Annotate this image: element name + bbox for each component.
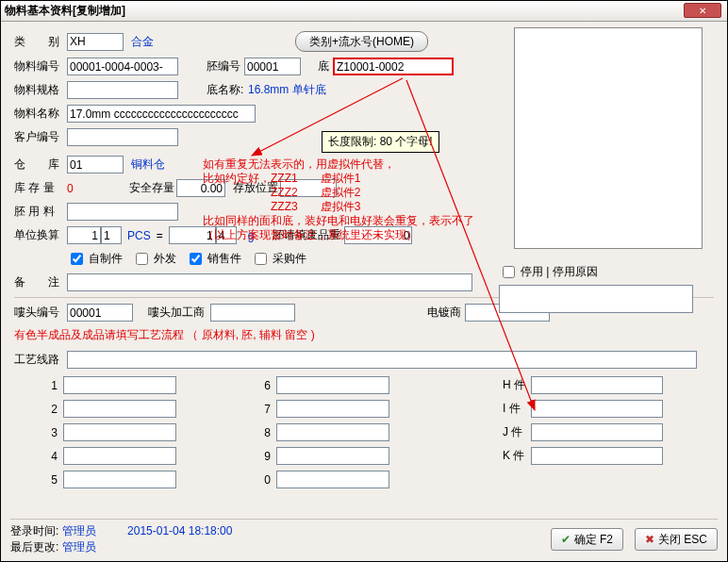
label-category: 类 别 xyxy=(14,34,67,50)
warehouse-input[interactable] xyxy=(67,156,124,174)
login-user: 管理员 xyxy=(62,524,96,537)
ok-button[interactable]: ✔确定 F2 xyxy=(551,528,623,551)
last-user: 管理员 xyxy=(62,540,96,554)
num7: 7 xyxy=(261,403,271,416)
label-warehouse: 仓 库 xyxy=(14,157,67,173)
blank-mat-input[interactable] xyxy=(67,203,178,221)
remark-input[interactable] xyxy=(67,273,472,291)
route-9-input[interactable] xyxy=(276,447,389,465)
num0: 0 xyxy=(261,473,271,487)
base-name-value: 16.8mm 单针底 xyxy=(248,82,326,98)
chk-self[interactable]: 自制件 xyxy=(67,250,123,268)
length-limit-tooltip: 长度限制: 80 个字母! xyxy=(322,131,439,153)
unit2-input[interactable] xyxy=(101,226,122,244)
label-blank-no: 胚编号 xyxy=(207,58,244,74)
route-1-input[interactable] xyxy=(63,376,176,394)
route-7-input[interactable] xyxy=(276,400,389,418)
label-base-name: 底名称: xyxy=(207,82,248,98)
label-last: 最后更改: xyxy=(10,540,58,554)
route-6-input[interactable] xyxy=(276,376,389,394)
num9: 9 xyxy=(261,450,271,463)
material-no-input[interactable] xyxy=(67,58,178,75)
label-blank-mat: 胚 用 料 xyxy=(14,204,67,220)
route-8-input[interactable] xyxy=(276,423,389,441)
disable-reason-input[interactable] xyxy=(499,285,693,313)
label-stock: 库 存 量 xyxy=(14,180,67,196)
label-hj: H 件 xyxy=(503,377,527,393)
label-eq: = xyxy=(157,229,163,242)
ij-input[interactable] xyxy=(531,400,663,418)
chk-disable[interactable]: 停用 | 停用原因 xyxy=(499,263,598,281)
category-input[interactable] xyxy=(67,33,124,51)
category-link[interactable]: 合金 xyxy=(131,34,154,50)
num5: 5 xyxy=(48,473,58,487)
num6: 6 xyxy=(261,379,271,392)
label-lou-no: 嘍头编号 xyxy=(14,305,67,321)
route-input[interactable] xyxy=(67,351,697,369)
title-bar: 物料基本资料[复制增加] ✕ xyxy=(1,1,727,22)
num8: 8 xyxy=(261,426,271,439)
window-title: 物料基本资料[复制增加] xyxy=(5,3,125,19)
label-name: 物料名称 xyxy=(14,106,67,122)
label-spec: 物料规格 xyxy=(14,82,67,98)
label-lou-sup: 嘍头加工商 xyxy=(148,305,210,321)
blank-no-input[interactable] xyxy=(244,58,301,75)
close-button[interactable]: ✖关闭 ESC xyxy=(635,528,718,551)
label-material-no: 物料编号 xyxy=(14,58,67,74)
label-jj: J 件 xyxy=(503,424,527,440)
route-5-input[interactable] xyxy=(63,471,176,488)
spec-input[interactable] xyxy=(67,81,178,99)
label-login: 登录时间: xyxy=(10,524,58,537)
stock-value: 0 xyxy=(67,182,82,195)
route-4-input[interactable] xyxy=(63,447,176,465)
login-time: 2015-01-04 18:18:00 xyxy=(127,524,232,537)
label-safety: 安全存量 xyxy=(129,180,176,196)
chk-out[interactable]: 外发 xyxy=(132,250,176,268)
hj-input[interactable] xyxy=(531,376,663,394)
check-icon: ✔ xyxy=(561,533,571,546)
label-unit: 单位换算 xyxy=(14,227,67,243)
route-0-input[interactable] xyxy=(276,471,389,488)
label-kj: K 件 xyxy=(503,448,527,464)
num3: 3 xyxy=(48,426,58,439)
red-instruction: 有色半成品及成品请填写工艺流程 （ 原材料, 胚, 辅料 留空 ) xyxy=(14,327,714,343)
label-ij: I 件 xyxy=(503,401,527,417)
di-input[interactable] xyxy=(333,58,454,75)
kj-input[interactable] xyxy=(531,447,663,465)
label-customer: 客户编号 xyxy=(14,129,67,145)
label-remark: 备 注 xyxy=(14,274,67,290)
annotation-note: 如有重复无法表示的，用虚拟件代替， 比如约定好，ZZZ1 虚拟件1 ZZZ2 虚… xyxy=(203,157,474,242)
label-di: 底 xyxy=(318,58,333,74)
close-icon: ✖ xyxy=(645,533,654,546)
chk-buy[interactable]: 采购件 xyxy=(251,250,306,268)
route-3-input[interactable] xyxy=(63,423,176,441)
chk-sale[interactable]: 销售件 xyxy=(186,250,241,268)
unit1-input[interactable] xyxy=(67,226,101,244)
num1: 1 xyxy=(48,379,58,392)
bottom-bar: 登录时间: 管理员 2015-01-04 18:18:00 最后更改: 管理员 … xyxy=(10,519,718,555)
image-placeholder xyxy=(514,27,703,249)
label-route: 工艺线路 xyxy=(14,352,67,368)
num2: 2 xyxy=(48,403,58,416)
route-2-input[interactable] xyxy=(63,400,176,418)
lou-sup-input[interactable] xyxy=(210,304,295,322)
label-plating: 电镀商 xyxy=(427,305,465,321)
warehouse-link[interactable]: 铜料仓 xyxy=(131,157,165,173)
num4: 4 xyxy=(48,450,58,463)
unit-code: PCS xyxy=(127,229,151,242)
home-button[interactable]: 类别+流水号(HOME) xyxy=(295,31,428,52)
lou-no-input[interactable] xyxy=(67,304,133,322)
customer-input[interactable] xyxy=(67,128,178,146)
close-window-button[interactable]: ✕ xyxy=(684,3,721,18)
jj-input[interactable] xyxy=(531,423,663,441)
name-input[interactable] xyxy=(67,105,256,123)
